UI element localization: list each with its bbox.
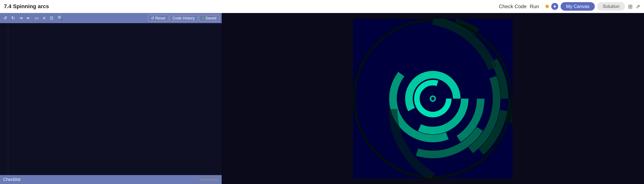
top-actions: Check Code Run My Canvas Solution ⊞ ⇗ (499, 2, 640, 11)
spinning-arcs-visualization (353, 19, 512, 178)
checklist-bar: Checklist (0, 175, 222, 184)
check-code-button[interactable]: Check Code (499, 4, 526, 10)
title-area: 7.4 Spinning arcs (4, 3, 499, 10)
format-button[interactable]: ≡ (42, 15, 47, 22)
grid-icon-button[interactable]: ⊞ (628, 3, 632, 10)
scrollbar-indicator[interactable] (199, 179, 218, 180)
share-icon-button[interactable]: ⇗ (636, 3, 640, 10)
solution-button[interactable]: Solution (597, 2, 625, 11)
align-button[interactable]: ⊡ (48, 15, 54, 22)
main-content: ↺ ↻ ⇥ ⇤ ▭ ≡ ⊡ 🔍 ↺ Reset Code History Sav… (0, 13, 644, 184)
play-button[interactable] (551, 3, 558, 10)
code-history-button[interactable]: Code History (170, 15, 198, 22)
top-bar: 7.4 Spinning arcs Check Code Run My Canv… (0, 0, 644, 13)
saved-badge: Saved (199, 15, 219, 22)
outdent-button[interactable]: ⇤ (26, 15, 32, 22)
line-numbers (0, 23, 8, 175)
code-editor-area: ↺ ↻ ⇥ ⇤ ▭ ≡ ⊡ 🔍 ↺ Reset Code History Sav… (0, 13, 222, 184)
canvas-panel (222, 13, 644, 184)
page-title: 7.4 Spinning arcs (4, 3, 49, 10)
toolbar-right: ↺ Reset Code History Saved (148, 15, 219, 22)
run-button[interactable]: Run (530, 4, 539, 10)
indent-button[interactable]: ⇥ (18, 15, 24, 22)
checklist-label: Checklist (3, 177, 20, 182)
svg-point-22 (431, 97, 434, 100)
saved-dot (202, 17, 204, 19)
comment-button[interactable]: ▭ (34, 15, 40, 22)
code-lines[interactable] (8, 23, 222, 175)
search-button[interactable]: 🔍 (56, 15, 64, 22)
redo-button[interactable]: ↻ (10, 15, 16, 22)
canvas-display (226, 17, 640, 180)
vertical-divider (542, 2, 542, 10)
code-body[interactable] (0, 23, 222, 175)
reset-button[interactable]: ↺ Reset (148, 15, 168, 22)
editor-toolbar: ↺ ↻ ⇥ ⇤ ▭ ≡ ⊡ 🔍 ↺ Reset Code History Sav… (0, 13, 222, 23)
status-dot (546, 5, 549, 8)
my-canvas-button[interactable]: My Canvas (560, 2, 595, 11)
saved-label: Saved (205, 16, 216, 20)
canvas-controls: My Canvas Solution (546, 2, 625, 11)
undo-button[interactable]: ↺ (2, 15, 8, 22)
